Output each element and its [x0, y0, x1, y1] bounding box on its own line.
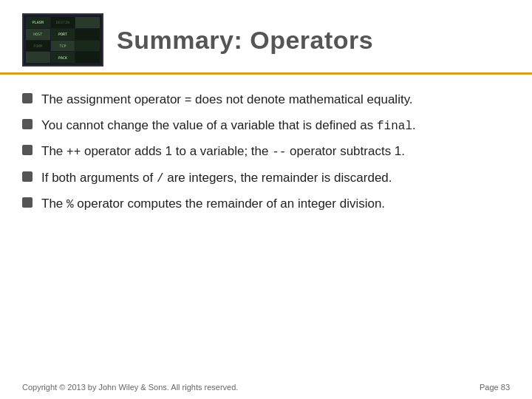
bullet-item-5: The % operator computes the remainder of… — [22, 195, 510, 214]
bullet-marker — [22, 93, 33, 103]
bullet-text-5: The % operator computes the remainder of… — [41, 195, 510, 214]
page-number: Page 83 — [480, 383, 510, 392]
bullet-text-2: You cannot change the value of a variabl… — [41, 117, 510, 135]
slide-header: PLASM DESTIN HOST PORT FORM TCP PACK Sum… — [0, 0, 532, 72]
code-cell — [26, 52, 50, 63]
bullet-marker — [22, 119, 33, 129]
code-cell: PORT — [51, 29, 75, 40]
bullet-marker — [22, 197, 33, 208]
slide-title: Summary: Operators — [117, 26, 373, 55]
bullet-marker — [22, 145, 33, 155]
code-cell: PLASM — [26, 17, 50, 28]
bullet-list: The assignment operator = does not denot… — [22, 91, 510, 214]
bullet-item-1: The assignment operator = does not denot… — [22, 91, 510, 109]
code-cell: TCP — [51, 41, 75, 52]
slide-footer: Copyright © 2013 by John Wiley & Sons. A… — [0, 378, 532, 399]
code-cell — [75, 52, 100, 63]
code-cell — [75, 29, 100, 40]
code-cell — [75, 41, 100, 52]
bullet-item-2: You cannot change the value of a variabl… — [22, 117, 510, 135]
code-cell: DESTIN — [51, 17, 75, 28]
bullet-item-4: If both arguments of / are integers, the… — [22, 169, 510, 188]
code-cell: HOST — [26, 29, 50, 40]
slide: PLASM DESTIN HOST PORT FORM TCP PACK Sum… — [0, 0, 532, 399]
code-cell — [75, 17, 100, 28]
code-thumbnail: PLASM DESTIN HOST PORT FORM TCP PACK — [22, 13, 103, 66]
bullet-text-4: If both arguments of / are integers, the… — [41, 169, 510, 188]
code-cell: FORM — [26, 41, 50, 52]
bullet-marker — [22, 171, 33, 182]
code-cell: PACK — [51, 52, 75, 63]
bullet-item-3: The ++ operator adds 1 to a variable; th… — [22, 143, 510, 161]
copyright-text: Copyright © 2013 by John Wiley & Sons. A… — [22, 383, 238, 392]
bullet-text-1: The assignment operator = does not denot… — [41, 91, 510, 109]
slide-content: The assignment operator = does not denot… — [0, 75, 532, 378]
bullet-text-3: The ++ operator adds 1 to a variable; th… — [41, 143, 510, 161]
